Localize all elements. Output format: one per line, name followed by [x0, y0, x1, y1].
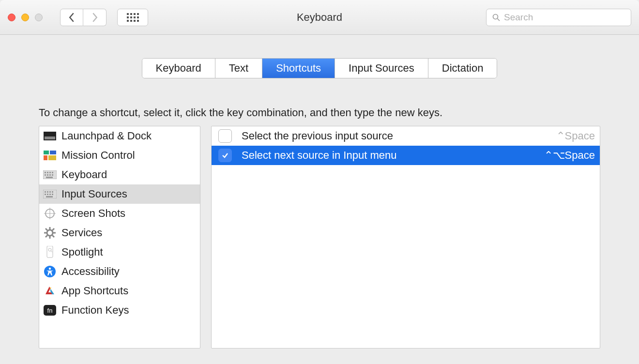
tab-shortcuts[interactable]: Shortcuts	[262, 59, 335, 78]
close-window-button[interactable]	[8, 14, 15, 21]
shortcut-row[interactable]: Select next source in Input menu⌃⌥Space	[212, 146, 600, 165]
svg-rect-14	[47, 174, 48, 176]
category-services[interactable]: Services	[39, 223, 200, 243]
shortcut-row[interactable]: Select the previous input source⌃Space	[212, 126, 600, 146]
nav-buttons	[60, 9, 106, 26]
svg-rect-5	[50, 151, 56, 154]
category-label: Accessibility	[61, 265, 120, 278]
preferences-window: Keyboard KeyboardTextShortcutsInput Sour…	[0, 0, 639, 364]
category-label: Services	[61, 227, 102, 239]
category-label: Input Sources	[61, 188, 127, 200]
category-accessibility[interactable]: Accessibility	[39, 262, 200, 281]
app-icon	[43, 285, 57, 297]
shortcut-label: Select the previous input source	[242, 130, 556, 142]
search-icon	[492, 14, 500, 21]
chevron-left-icon	[68, 13, 75, 22]
svg-line-39	[46, 235, 47, 237]
mission-icon	[43, 150, 57, 161]
svg-rect-17	[46, 177, 53, 178]
category-label: Spotlight	[61, 246, 103, 258]
svg-point-0	[493, 14, 498, 19]
shortcut-keys[interactable]: ⌃⌥Space	[544, 149, 595, 162]
category-function-keys[interactable]: fnFunction Keys	[39, 301, 200, 320]
fn-icon: fn	[43, 304, 57, 316]
dock-icon	[43, 130, 57, 142]
category-label: Function Keys	[61, 304, 129, 317]
category-label: App Shortcuts	[61, 285, 128, 297]
svg-point-44	[49, 268, 51, 270]
traffic-lights	[8, 14, 43, 21]
category-app-shortcuts[interactable]: App Shortcuts	[39, 281, 200, 301]
shortcut-checkbox[interactable]	[218, 149, 232, 162]
gear-icon	[43, 227, 57, 239]
svg-point-31	[47, 230, 53, 236]
svg-rect-6	[44, 155, 47, 160]
category-label: Screen Shots	[61, 207, 125, 220]
svg-rect-22	[52, 191, 53, 193]
tab-input-sources[interactable]: Input Sources	[335, 59, 428, 78]
tab-dictation[interactable]: Dictation	[428, 59, 497, 78]
svg-rect-24	[47, 194, 48, 195]
shortcut-checkbox[interactable]	[218, 129, 232, 143]
svg-rect-16	[52, 174, 53, 176]
svg-rect-3	[45, 136, 55, 139]
svg-rect-26	[52, 194, 53, 195]
forward-button[interactable]	[83, 9, 106, 26]
svg-rect-11	[49, 172, 51, 173]
keyboard-icon	[43, 169, 57, 181]
svg-rect-15	[49, 174, 51, 176]
svg-rect-20	[47, 191, 48, 193]
category-label: Launchpad & Dock	[61, 130, 152, 142]
category-label: Mission Control	[61, 149, 135, 162]
svg-rect-9	[45, 172, 46, 173]
svg-rect-23	[45, 194, 46, 195]
svg-rect-25	[49, 194, 51, 195]
svg-rect-21	[49, 191, 51, 193]
svg-line-37	[52, 235, 54, 237]
category-spotlight[interactable]: Spotlight	[39, 243, 200, 262]
spotlight-icon	[43, 246, 57, 258]
category-screen-shots[interactable]: Screen Shots	[39, 204, 200, 223]
category-label: Keyboard	[61, 168, 107, 181]
svg-line-38	[52, 228, 54, 230]
tab-bar: KeyboardTextShortcutsInput SourcesDictat…	[142, 58, 498, 78]
search-input[interactable]	[504, 12, 625, 23]
svg-rect-7	[48, 155, 56, 160]
category-mission-control[interactable]: Mission Control	[39, 146, 200, 165]
show-all-button[interactable]	[117, 9, 148, 26]
grid-icon	[127, 13, 139, 22]
keyboard-icon	[43, 188, 57, 200]
chevron-right-icon	[91, 13, 98, 22]
svg-rect-10	[47, 172, 48, 173]
svg-line-1	[498, 18, 500, 21]
shortcut-list: Select the previous input source⌃SpaceSe…	[211, 126, 600, 349]
accessibility-icon	[43, 266, 57, 277]
svg-rect-19	[45, 191, 46, 193]
svg-rect-13	[45, 174, 46, 176]
svg-text:fn: fn	[47, 307, 53, 314]
svg-rect-27	[46, 196, 53, 197]
category-launchpad-dock[interactable]: Launchpad & Dock	[39, 126, 200, 146]
shortcut-keys[interactable]: ⌃Space	[556, 130, 595, 142]
titlebar: Keyboard	[0, 0, 639, 35]
category-list: Launchpad & DockMission ControlKeyboardI…	[39, 126, 200, 349]
category-keyboard[interactable]: Keyboard	[39, 165, 200, 184]
zoom-window-button[interactable]	[35, 14, 43, 21]
tab-keyboard[interactable]: Keyboard	[142, 59, 215, 78]
svg-line-36	[46, 228, 47, 230]
svg-rect-4	[44, 151, 49, 154]
screenshot-icon	[43, 208, 57, 219]
shortcut-label: Select next source in Input menu	[242, 149, 544, 162]
back-button[interactable]	[60, 9, 83, 26]
tab-text[interactable]: Text	[215, 59, 262, 78]
category-input-sources[interactable]: Input Sources	[39, 184, 200, 204]
minimize-window-button[interactable]	[21, 14, 29, 21]
instruction-text: To change a shortcut, select it, click t…	[39, 106, 600, 119]
svg-rect-12	[52, 172, 53, 173]
search-field[interactable]	[486, 9, 631, 26]
